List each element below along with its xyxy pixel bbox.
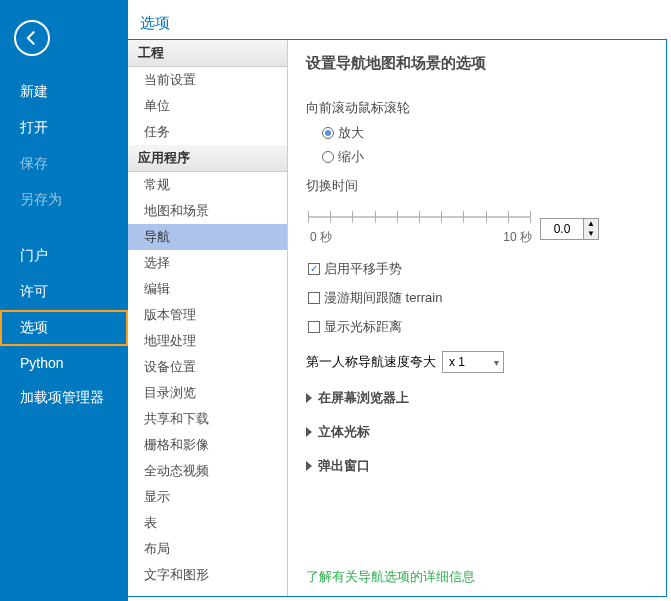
sidebar-item[interactable]: 门户 bbox=[0, 238, 128, 274]
tree-item[interactable]: 栅格和影像 bbox=[128, 432, 287, 458]
spin-down[interactable]: ▼ bbox=[584, 229, 598, 239]
tree-item[interactable]: 目录浏览 bbox=[128, 380, 287, 406]
sidebar-item[interactable]: 打开 bbox=[0, 110, 128, 146]
sidebar-item[interactable]: 新建 bbox=[0, 74, 128, 110]
tree-item[interactable]: 版本管理 bbox=[128, 302, 287, 328]
options-tree: 工程当前设置单位任务应用程序常规地图和场景导航选择编辑版本管理地理处理设备位置目… bbox=[128, 40, 288, 596]
tree-item[interactable]: 常规 bbox=[128, 172, 287, 198]
tree-item[interactable]: 导航 bbox=[128, 224, 287, 250]
tree-item[interactable]: 表 bbox=[128, 510, 287, 536]
content-heading: 设置导航地图和场景的选项 bbox=[306, 54, 648, 73]
tree-group-header: 应用程序 bbox=[128, 145, 287, 172]
backstage-sidebar: 新建打开保存另存为 门户许可选项Python加载项管理器 bbox=[0, 0, 128, 601]
expander-popup[interactable]: 弹出窗口 bbox=[306, 457, 648, 475]
tree-item[interactable]: 地理处理 bbox=[128, 328, 287, 354]
tree-item[interactable]: 文字和图形 bbox=[128, 562, 287, 588]
tree-item[interactable]: 全动态视频 bbox=[128, 458, 287, 484]
tree-item[interactable]: 地图和场景 bbox=[128, 198, 287, 224]
sidebar-item[interactable]: 选项 bbox=[0, 310, 128, 346]
caret-right-icon bbox=[306, 427, 312, 437]
help-link[interactable]: 了解有关导航选项的详细信息 bbox=[306, 558, 648, 586]
tree-item[interactable]: 编辑 bbox=[128, 276, 287, 302]
caret-right-icon bbox=[306, 461, 312, 471]
chevron-down-icon: ▾ bbox=[494, 357, 499, 368]
sidebar-item: 保存 bbox=[0, 146, 128, 182]
tree-item[interactable]: 选择 bbox=[128, 250, 287, 276]
checkbox-pan-gesture[interactable]: ✓ 启用平移手势 bbox=[308, 260, 648, 278]
switch-time-label: 切换时间 bbox=[306, 177, 648, 195]
arrow-left-icon bbox=[22, 28, 42, 48]
tree-item[interactable]: 当前设置 bbox=[128, 67, 287, 93]
sidebar-item[interactable]: 许可 bbox=[0, 274, 128, 310]
checkbox-follow-terrain[interactable]: 漫游期间跟随 terrain bbox=[308, 289, 648, 307]
tree-group-header: 工程 bbox=[128, 40, 287, 67]
firstperson-speed-label: 第一人称导航速度夸大 bbox=[306, 353, 436, 371]
tree-item[interactable]: 任务 bbox=[128, 119, 287, 145]
page-title: 选项 bbox=[128, 0, 671, 39]
options-content: 设置导航地图和场景的选项 向前滚动鼠标滚轮 放大 缩小 切换时间 bbox=[288, 40, 666, 596]
tree-item[interactable]: 单位 bbox=[128, 93, 287, 119]
firstperson-speed-dropdown[interactable]: x 1 ▾ bbox=[442, 351, 504, 373]
caret-right-icon bbox=[306, 393, 312, 403]
switch-time-spinbox[interactable]: ▲▼ bbox=[540, 218, 599, 240]
sidebar-item[interactable]: Python bbox=[0, 346, 128, 380]
scroll-wheel-label: 向前滚动鼠标滚轮 bbox=[306, 99, 648, 117]
radio-zoom-in[interactable]: 放大 bbox=[322, 124, 648, 142]
tree-item[interactable]: 共享和下载 bbox=[128, 406, 287, 432]
sidebar-item[interactable]: 加载项管理器 bbox=[0, 380, 128, 416]
expander-stereo-cursor[interactable]: 立体光标 bbox=[306, 423, 648, 441]
tree-item[interactable]: 显示 bbox=[128, 484, 287, 510]
back-button[interactable] bbox=[14, 20, 50, 56]
expander-onscreen-navigator[interactable]: 在屏幕浏览器上 bbox=[306, 389, 648, 407]
tree-item[interactable]: 布局 bbox=[128, 536, 287, 562]
tree-item[interactable]: 设备位置 bbox=[128, 354, 287, 380]
switch-time-input[interactable] bbox=[541, 219, 583, 239]
switch-time-slider[interactable] bbox=[308, 205, 530, 229]
radio-zoom-out[interactable]: 缩小 bbox=[322, 148, 648, 166]
main-panel: 选项 工程当前设置单位任务应用程序常规地图和场景导航选择编辑版本管理地理处理设备… bbox=[128, 0, 671, 601]
spin-up[interactable]: ▲ bbox=[584, 219, 598, 229]
checkbox-cursor-distance[interactable]: 显示光标距离 bbox=[308, 318, 648, 336]
sidebar-item: 另存为 bbox=[0, 182, 128, 218]
